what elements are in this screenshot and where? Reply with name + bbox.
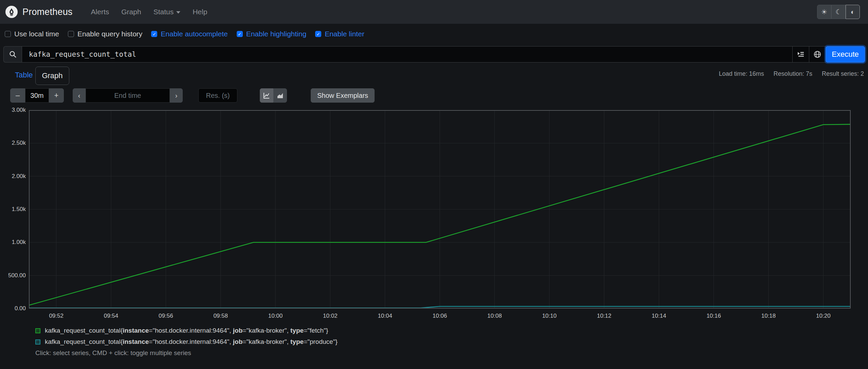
stacked-chart-icon — [276, 92, 284, 99]
execute-button[interactable]: Execute — [826, 46, 865, 63]
checkbox-checked-icon[interactable]: ✓ — [151, 31, 157, 37]
option-use-local-time[interactable]: Use local time — [5, 30, 59, 38]
prometheus-torch-logo-icon — [5, 6, 18, 18]
nav-item-help[interactable]: Help — [188, 5, 212, 19]
nav-item-alerts[interactable]: Alerts — [86, 5, 114, 19]
legend: kafka_request_count_total{instance="host… — [35, 327, 338, 357]
half-circle-contrast-icon: ◐ — [851, 8, 855, 16]
legend-swatch-icon — [35, 328, 40, 333]
x-tick-label: 09:54 — [104, 313, 119, 319]
theme-auto-button[interactable]: ◐ — [846, 5, 860, 19]
y-tick-label: 3.00k — [12, 107, 26, 113]
x-tick-label: 10:02 — [323, 313, 338, 319]
tab-graph[interactable]: Graph — [35, 67, 69, 85]
metrics-explorer-button[interactable] — [793, 46, 809, 63]
chevron-down-icon — [176, 11, 180, 14]
option-label: Enable query history — [77, 30, 142, 38]
y-tick-label: 1.00k — [12, 239, 26, 246]
option-enable-linter[interactable]: ✓Enable linter — [315, 30, 364, 38]
load-time: Load time: 16ms — [719, 70, 764, 77]
legend-series-1[interactable]: kafka_request_count_total{instance="host… — [35, 338, 338, 346]
theme-toggle-group: ☀☾◐ — [817, 5, 860, 19]
x-tick-label: 10:06 — [433, 313, 447, 319]
theme-light-button[interactable]: ☀ — [817, 5, 831, 19]
y-tick-label: 2.00k — [12, 173, 26, 180]
chart-type-toggle — [260, 88, 287, 103]
range-stepper: – + — [10, 88, 64, 103]
utc-time-globe-button[interactable] — [809, 46, 826, 63]
end-time-picker: ‹ › — [73, 88, 183, 103]
nav-item-label: Alerts — [91, 8, 109, 16]
resolution-input[interactable] — [198, 88, 237, 103]
checkbox-unchecked-icon[interactable] — [68, 31, 74, 37]
checkbox-checked-icon[interactable]: ✓ — [315, 31, 321, 37]
legend-hint: Click: select series, CMD + click: toggl… — [35, 349, 338, 357]
legend-series-label: kafka_request_count_total{instance="host… — [45, 327, 328, 334]
metrics-explorer-icon — [797, 50, 805, 58]
option-label: Enable linter — [325, 30, 364, 38]
x-tick-label: 10:18 — [761, 313, 776, 319]
x-tick-label: 10:04 — [378, 313, 392, 319]
nav-links: AlertsGraphStatusHelp — [86, 5, 212, 19]
query-expression-input[interactable] — [22, 46, 793, 63]
moon-icon: ☾ — [835, 8, 842, 16]
legend-series-0[interactable]: kafka_request_count_total{instance="host… — [35, 327, 338, 334]
option-label: Use local time — [14, 30, 59, 38]
option-enable-autocomplete[interactable]: ✓Enable autocomplete — [151, 30, 228, 38]
time-forward-button[interactable]: › — [170, 88, 183, 103]
option-enable-query-history[interactable]: Enable query history — [68, 30, 142, 38]
range-increase-button[interactable]: + — [49, 88, 64, 103]
nav-item-graph[interactable]: Graph — [116, 5, 146, 19]
legend-swatch-icon — [35, 339, 40, 345]
navbar: Prometheus AlertsGraphStatusHelp ☀☾◐ — [0, 0, 868, 24]
result-series: Result series: 2 — [822, 70, 864, 77]
x-tick-label: 10:10 — [542, 313, 557, 319]
x-axis-labels: 09:5209:5409:5609:5810:0010:0210:0410:06… — [29, 313, 851, 321]
prometheus-brand[interactable]: Prometheus — [5, 6, 73, 18]
option-enable-highlighting[interactable]: ✓Enable highlighting — [237, 30, 306, 38]
x-tick-label: 10:12 — [597, 313, 612, 319]
y-tick-label: 2.50k — [12, 140, 26, 146]
x-tick-label: 10:08 — [487, 313, 502, 319]
sun-icon: ☀ — [821, 8, 827, 16]
brand-title: Prometheus — [22, 7, 73, 17]
query-bar: Execute — [3, 46, 865, 63]
y-axis-labels: 3.00k2.50k2.00k1.50k1.00k500.000.00 — [0, 110, 26, 309]
legend-series-label: kafka_request_count_total{instance="host… — [45, 338, 338, 346]
checkbox-checked-icon[interactable]: ✓ — [237, 31, 243, 37]
option-label: Enable autocomplete — [161, 30, 228, 38]
query-stats: Load time: 16ms Resolution: 7s Result se… — [719, 70, 864, 77]
timeseries-plot — [29, 110, 851, 309]
y-tick-label: 1.50k — [12, 206, 26, 213]
search-icon — [3, 46, 22, 63]
plot-canvas[interactable] — [29, 110, 851, 309]
end-time-input[interactable] — [86, 88, 170, 103]
nav-item-status[interactable]: Status — [149, 5, 185, 19]
graph-controls: – + ‹ › Show Exemplars — [10, 88, 375, 103]
y-tick-label: 500.00 — [8, 272, 26, 279]
x-tick-label: 10:14 — [652, 313, 666, 319]
line-chart-icon — [263, 92, 270, 99]
x-tick-label: 09:52 — [49, 313, 64, 319]
x-tick-label: 10:20 — [816, 313, 831, 319]
line-chart-toggle-button[interactable] — [260, 88, 273, 103]
x-tick-label: 10:16 — [706, 313, 721, 319]
checkbox-unchecked-icon[interactable] — [5, 31, 11, 37]
theme-dark-button[interactable]: ☾ — [831, 5, 846, 19]
stacked-chart-toggle-button[interactable] — [273, 88, 287, 103]
nav-item-label: Status — [153, 8, 174, 16]
nav-item-label: Help — [193, 8, 207, 16]
x-tick-label: 09:58 — [213, 313, 228, 319]
globe-icon — [813, 50, 821, 58]
y-tick-label: 0.00 — [15, 305, 26, 312]
x-tick-label: 10:00 — [268, 313, 283, 319]
range-input[interactable] — [25, 88, 49, 103]
nav-item-label: Graph — [121, 8, 141, 16]
resolution: Resolution: 7s — [774, 70, 812, 77]
time-back-button[interactable]: ‹ — [73, 88, 86, 103]
tab-table[interactable]: Table — [15, 71, 33, 80]
range-decrease-button[interactable]: – — [10, 88, 25, 103]
show-exemplars-button[interactable]: Show Exemplars — [311, 88, 375, 103]
option-label: Enable highlighting — [246, 30, 306, 38]
x-tick-label: 09:56 — [159, 313, 173, 319]
